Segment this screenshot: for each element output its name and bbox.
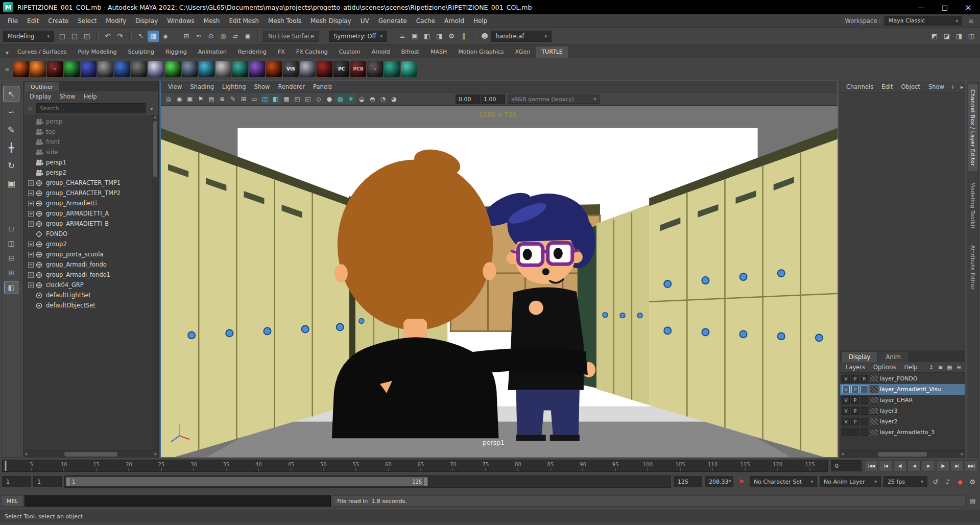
current-time-field[interactable]: 0 (831, 460, 862, 471)
sidebar-tab-channel-box-layer-editor[interactable]: Channel Box / Layer Editor (968, 84, 978, 171)
outliner-tab[interactable]: Outliner (25, 82, 59, 91)
redo-icon[interactable]: ↷ (114, 31, 126, 42)
outliner-item-group-porta-scuola[interactable]: +group_porta_scuola (23, 249, 152, 259)
shelf-tab-bifrost[interactable]: Bifrost (396, 46, 424, 58)
playback-range-bar[interactable]: 1 125 (66, 477, 428, 486)
turtle-stripe-blue-icon[interactable] (114, 61, 130, 77)
step-back-frame-button[interactable]: ◀| (893, 460, 906, 471)
menu-help[interactable]: Help (469, 14, 492, 27)
turtle-stripe-white-icon[interactable] (148, 61, 164, 77)
two-d-pan-zoom-icon[interactable]: ⊕ (217, 94, 227, 104)
textured-icon[interactable]: ◍ (335, 94, 345, 104)
selection-name-field[interactable]: handre.af▾ (491, 31, 552, 42)
outliner-item-group-character-tmp1[interactable]: +group_CHARACTER_TMP1 (23, 178, 152, 188)
menu-show[interactable]: Show (55, 93, 79, 100)
bookmark-icon[interactable]: ⚑ (736, 476, 747, 487)
field-chart-icon[interactable]: ▦ (281, 94, 292, 104)
animation-preferences-icon[interactable]: ⚙ (967, 476, 978, 487)
layer-color-swatch[interactable] (870, 386, 878, 393)
outliner-item-clock04-grp[interactable]: +clock04_GRP (23, 280, 152, 290)
outliner-item-fondo[interactable]: FONDO (23, 229, 152, 239)
exposure-field[interactable]: 0.00 (456, 94, 480, 104)
wireframe-icon[interactable]: ◇ (314, 94, 324, 104)
menu-modify[interactable]: Modify (101, 14, 131, 27)
expand-icon[interactable]: + (28, 282, 34, 288)
mute-icon[interactable]: ♪ (942, 476, 953, 487)
rotate-tool[interactable]: ↻ (4, 158, 19, 173)
outliner-item-defaultlightset[interactable]: defaultLightSet (23, 290, 152, 300)
move-tool[interactable]: ╋ (4, 140, 19, 155)
turtle-sphere-green2-icon[interactable] (165, 61, 181, 77)
camera-bookmark-icon[interactable]: ⚑ (196, 94, 206, 104)
tab-display[interactable]: Display (842, 352, 877, 362)
save-scene-icon[interactable]: ◫ (81, 31, 92, 42)
shelf-tab-fx-caching[interactable]: FX Caching (291, 46, 333, 58)
single-pane-layout[interactable]: ◻ (5, 222, 18, 234)
layer-row-layer-char[interactable]: VPlayer_CHAR (840, 395, 965, 405)
outliner-item-group-armadi-fondo[interactable]: +group_Armadi_fondo (23, 259, 152, 270)
view-transform-dropdown[interactable]: sRGB gamma (legacy) ▾ (508, 94, 600, 104)
new-empty-layer-icon[interactable]: ▦ (945, 363, 954, 372)
shelf-tab-custom[interactable]: Custom (334, 46, 366, 58)
image-plane-icon[interactable]: ▤ (206, 94, 217, 104)
new-scene-icon[interactable]: ▢ (57, 31, 68, 42)
shelf-tab-animation[interactable]: Animation (193, 46, 232, 58)
layer-visible-toggle[interactable]: V (842, 407, 850, 415)
workspace-dropdown[interactable]: Maya Classic ▾ (885, 16, 962, 26)
menu-select[interactable]: Select (73, 14, 101, 27)
outliner-vertical-scrollbar[interactable]: ▲ (152, 115, 158, 450)
toggle-channel-box-icon[interactable]: ◫ (966, 31, 977, 42)
camera-attributes-icon[interactable]: ▣ (185, 94, 195, 104)
turtle-sphere-teal-icon[interactable] (232, 61, 248, 77)
script-editor-icon[interactable]: ▤ (967, 495, 979, 507)
menu-mesh-tools[interactable]: Mesh Tools (264, 14, 306, 27)
pause-icon[interactable]: ‖ (458, 31, 469, 42)
turtle-red-sphere-icon[interactable] (317, 61, 332, 77)
film-gate-icon[interactable]: ▭ (249, 94, 259, 104)
turtle-pcb-icon[interactable]: PCB (350, 61, 366, 77)
layer-visible-toggle[interactable] (842, 428, 850, 436)
turtle-env-ball-icon[interactable] (384, 61, 400, 77)
maximize-button[interactable]: □ (933, 0, 957, 14)
snap-to-grid-icon[interactable]: ⊞ (181, 31, 192, 42)
new-layer-from-selected-icon[interactable]: ⊕ (954, 363, 963, 372)
menu-view[interactable]: View (164, 83, 186, 90)
layer-color-swatch[interactable] (870, 375, 878, 383)
layer-color-swatch[interactable] (870, 418, 878, 425)
turtle-logo-icon[interactable] (401, 61, 417, 77)
shelf-tab-rendering[interactable]: Rendering (233, 46, 272, 58)
select-tool[interactable]: ↖ (4, 86, 19, 102)
layer-playback-toggle[interactable]: P (851, 375, 859, 383)
smooth-shade-icon[interactable]: ● (324, 94, 334, 104)
snap-to-point-icon[interactable]: ⊙ (205, 31, 217, 42)
menu-show[interactable]: Show (924, 83, 948, 90)
menu-layers[interactable]: Layers (842, 364, 869, 371)
shelf-tab-menu-icon[interactable]: ▾ (2, 47, 12, 58)
menu-arnold[interactable]: Arnold (440, 14, 469, 27)
mel-command-input[interactable] (25, 495, 331, 507)
two-pane-stacked-layout[interactable]: ⊟ (5, 252, 18, 264)
layer-move-up-icon[interactable]: ↕ (927, 363, 936, 372)
layer-playback-toggle[interactable] (851, 428, 859, 436)
menu-channels[interactable]: Channels (842, 83, 877, 90)
shelf-tab-arnold[interactable]: Arnold (367, 46, 395, 58)
layer-playback-toggle[interactable]: P (851, 386, 859, 393)
viewport-canvas[interactable]: 1280 x 720 persp1 (161, 106, 838, 457)
expand-icon[interactable]: + (28, 242, 34, 247)
menu-mesh[interactable]: Mesh (199, 14, 225, 27)
layer-color-swatch[interactable] (870, 407, 878, 415)
menu-windows[interactable]: Windows (162, 14, 199, 27)
turtle-ember-icon[interactable] (266, 61, 282, 77)
menu-edit-mesh[interactable]: Edit Mesh (224, 14, 264, 27)
menu-object[interactable]: Object (897, 83, 924, 90)
outliner-item-group-armadietti[interactable]: +group_Armadietti (23, 198, 152, 208)
close-button[interactable]: × (957, 0, 980, 14)
menu-show[interactable]: Show (250, 83, 274, 90)
step-back-key-button[interactable]: |◀ (879, 460, 892, 471)
scrollbar-thumb[interactable] (153, 121, 157, 177)
turtle-sphere-light-icon[interactable] (216, 61, 231, 77)
motion-blur-icon[interactable]: ◔ (378, 94, 388, 104)
layer-render-toggle[interactable] (861, 428, 868, 436)
layer-playback-toggle[interactable]: P (851, 418, 859, 425)
layer-visible-toggle[interactable]: V (842, 396, 850, 404)
